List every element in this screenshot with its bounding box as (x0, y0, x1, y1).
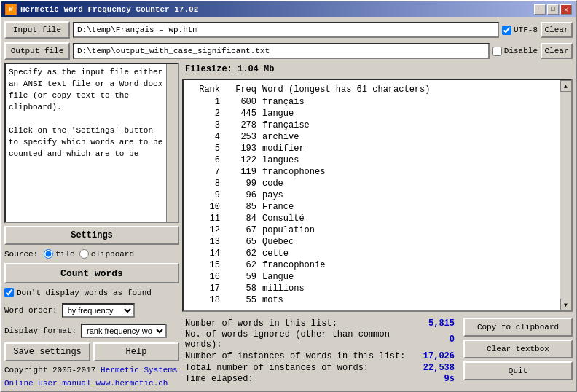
minimize-button[interactable]: — (534, 4, 546, 15)
table-row: 14 62 cette (189, 248, 557, 259)
cell-word: française (262, 120, 557, 130)
display-format-label: Display format: (4, 326, 76, 335)
header-word: Word (longest has 61 characters) (262, 85, 557, 95)
cell-freq: 67 (226, 225, 262, 235)
save-settings-button[interactable]: Save settings (4, 342, 90, 361)
word-order-label: Word order: (4, 306, 58, 315)
main-area: Specify as the input file either an ANSI… (4, 63, 573, 388)
title-bar: W Hermetic Word Frequency Counter 17.02 … (1, 1, 576, 17)
word-order-dropdown[interactable]: by frequency (62, 303, 135, 318)
count-words-button[interactable]: Count words (4, 263, 179, 283)
cell-freq: 65 (226, 237, 262, 247)
scroll-up-arrow[interactable]: ▲ (560, 80, 572, 92)
cell-rank: 11 (189, 213, 226, 224)
input-clear-button[interactable]: Clear (541, 22, 573, 38)
cell-word: code (262, 179, 557, 189)
instances-value: 17,026 (411, 351, 455, 361)
words-in-list-value: 5,815 (411, 318, 455, 329)
cell-rank: 8 (189, 179, 226, 189)
cell-rank: 12 (189, 225, 226, 235)
output-clear-button[interactable]: Clear (541, 43, 573, 59)
table-row: 18 55 mots (189, 294, 557, 306)
cell-rank: 1 (189, 97, 226, 107)
cell-word: France (262, 202, 557, 212)
elapsed-row: Time elapsed: 9s (185, 374, 455, 384)
results-table: Rank Freq Word (longest has 61 character… (184, 80, 571, 309)
website-link[interactable]: www.hermetic.ch (95, 379, 168, 388)
elapsed-value: 9s (411, 374, 455, 384)
company-link[interactable]: Hermetic Systems (101, 366, 178, 375)
table-row: 2 445 langue (189, 108, 557, 119)
stats-left: Number of words in this list: 5,815 No. … (182, 315, 458, 388)
stats-area: Number of words in this list: 5,815 No. … (182, 315, 573, 388)
source-clipboard-option: clipboard (79, 249, 134, 259)
cell-freq: 85 (226, 202, 262, 212)
right-panel: Filesize: 1.04 Mb ▲ ▼ Rank Freq Word (lo… (182, 63, 573, 388)
disable-checkbox[interactable] (492, 47, 502, 56)
results-scrollbar[interactable]: ▲ ▼ (560, 80, 571, 310)
cell-word: langue (262, 109, 557, 119)
utf8-checkbox[interactable] (502, 26, 511, 35)
cell-rank: 16 (189, 272, 226, 282)
maximize-button[interactable]: □ (547, 4, 559, 15)
quit-button[interactable]: Quit (463, 361, 573, 380)
app-icon: W (5, 4, 17, 15)
cell-freq: 193 (226, 144, 262, 154)
action-buttons: Copy to clipboard Clear textbox Quit (463, 315, 573, 388)
main-window: W Hermetic Word Frequency Counter 17.02 … (0, 0, 577, 392)
cell-rank: 7 (189, 167, 226, 177)
source-label: Source: (4, 250, 38, 259)
table-row: 1 600 français (189, 96, 557, 108)
copy-to-clipboard-button[interactable]: Copy to clipboard (463, 318, 573, 337)
cell-rank: 2 (189, 109, 226, 119)
cell-word: langues (262, 155, 557, 165)
cell-word: français (262, 97, 557, 107)
description-area: Specify as the input file either an ANSI… (4, 63, 179, 223)
cell-word: Consulté (262, 213, 557, 224)
left-panel: Specify as the input file either an ANSI… (4, 63, 179, 388)
close-button[interactable]: ✕ (560, 4, 572, 15)
utf8-label: UTF-8 (514, 26, 538, 34)
cell-word: millions (262, 283, 557, 294)
display-format-dropdown[interactable]: rank frequency word (81, 324, 167, 338)
clear-textbox-button[interactable]: Clear textbox (463, 340, 573, 358)
table-row: 5 193 modifier (189, 143, 557, 154)
source-clipboard-radio[interactable] (79, 249, 89, 259)
disable-checkbox-label: Disable (492, 47, 538, 56)
window-title: Hermetic Word Frequency Counter 17.02 (20, 5, 198, 14)
cell-freq: 122 (226, 155, 262, 165)
source-file-option: file (44, 249, 74, 259)
words-in-list-label: Number of words in this list: (185, 318, 337, 329)
cell-word: mots (262, 295, 557, 305)
cell-rank: 10 (189, 202, 226, 212)
cell-freq: 600 (226, 97, 262, 107)
header-rank: Rank (189, 85, 226, 95)
table-row: 3 278 française (189, 119, 557, 131)
dont-display-row: Don't display words as found (4, 286, 179, 299)
source-row: Source: file clipboard (4, 248, 179, 260)
utf8-checkbox-label: UTF-8 (502, 26, 538, 35)
help-button[interactable]: Help (93, 342, 179, 361)
dont-display-checkbox[interactable] (4, 288, 14, 297)
output-file-tab[interactable]: Output file (4, 42, 70, 60)
cell-freq: 99 (226, 179, 262, 189)
cell-freq: 62 (226, 260, 262, 270)
description-scrollbar[interactable] (166, 64, 178, 222)
output-file-path: D:\temp\output_with_case_significant.txt (73, 43, 490, 59)
table-row: 11 84 Consulté (189, 213, 557, 224)
table-row: 9 96 pays (189, 189, 557, 201)
output-file-row: Output file D:\temp\output_with_case_sig… (4, 42, 573, 60)
scroll-down-arrow[interactable]: ▼ (560, 299, 572, 310)
bottom-buttons: Save settings Help (4, 342, 179, 361)
cell-word: Québec (262, 237, 557, 247)
instances-label: Number of instances of words in this lis… (185, 351, 405, 361)
settings-button[interactable]: Settings (4, 226, 179, 245)
manual-link[interactable]: Online user manual (4, 379, 91, 388)
input-file-tab[interactable]: Input file (4, 21, 70, 39)
disable-label: Disable (504, 47, 538, 55)
source-file-radio[interactable] (44, 249, 53, 259)
cell-rank: 3 (189, 120, 226, 130)
cell-freq: 119 (226, 167, 262, 177)
table-row: 6 122 langues (189, 154, 557, 166)
filesize-label: Filesize: 1.04 Mb (182, 63, 573, 76)
